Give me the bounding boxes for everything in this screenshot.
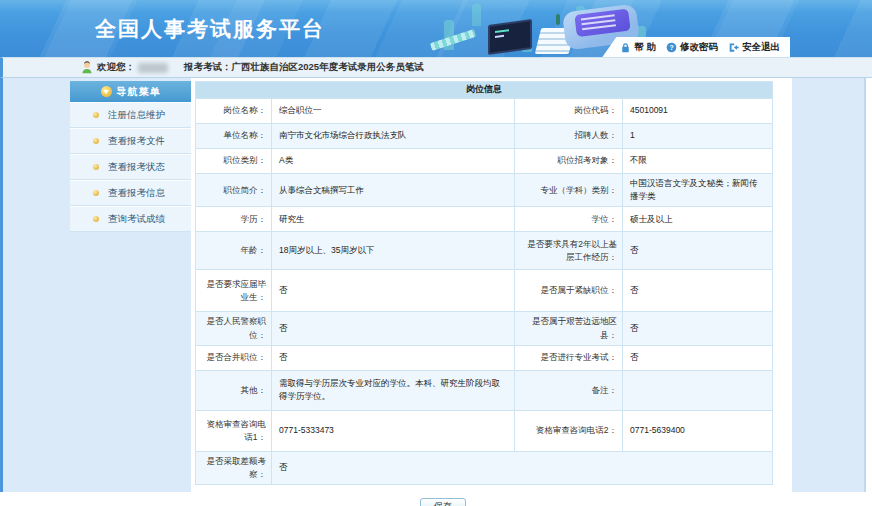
field-label: 其他： (196, 370, 272, 410)
field-value: 45010091 (623, 99, 773, 124)
field-label: 职位类别： (196, 149, 272, 174)
page-left-border (0, 78, 3, 492)
menu-chevron-icon (101, 86, 112, 97)
bullet-icon (93, 164, 99, 170)
field-value: 否 (623, 345, 773, 370)
field-value: 综合职位一 (272, 99, 515, 124)
field-value: 否 (272, 345, 515, 370)
field-value: 否 (272, 312, 515, 345)
change-password-link[interactable]: ? 修改密码 (666, 41, 718, 54)
welcome-bar: 欢迎您： 报考考试： 广西壮族自治区2025年度考试录用公务员笔试 (0, 57, 872, 78)
field-label: 资格审查咨询电话2： (515, 410, 623, 451)
app-header: 全国人事考试服务平台 帮 助 ? 修改密码 安全退出 (0, 0, 872, 57)
field-label: 职位简介： (196, 174, 272, 207)
logout-label: 安全退出 (742, 41, 780, 54)
illustration-monitor (488, 19, 532, 55)
bullet-icon (93, 138, 99, 144)
bullet-icon (93, 190, 99, 196)
field-label: 岗位代码： (515, 99, 623, 124)
field-value: 需取得与学历层次专业对应的学位。本科、研究生阶段均取得学历学位。 (272, 370, 515, 410)
field-value: 中国汉语言文学及文秘类；新闻传播学类 (623, 174, 773, 207)
field-label: 职位招考对象： (515, 149, 623, 174)
table-row: 单位名称：南宁市文化市场综合行政执法支队招聘人数：1 (196, 124, 773, 149)
sidebar-item-label: 注册信息维护 (108, 109, 165, 122)
user-avatar-icon (81, 61, 93, 74)
field-value: 18周岁以上、35周岁以下 (272, 232, 515, 270)
sidebar-item[interactable]: 注册信息维护 (70, 102, 191, 128)
table-title: 岗位信息 (196, 82, 773, 99)
bullet-icon (93, 216, 99, 222)
sidebar-menu: 注册信息维护查看报考文件查看报考状态查看报考信息查询考试成绩 (70, 102, 191, 232)
field-label: 是否人民警察职位： (196, 312, 272, 345)
field-value: 否 (623, 312, 773, 345)
table-row: 职位类别：A类职位招考对象：不限 (196, 149, 773, 174)
page-body: 导航菜单 注册信息维护查看报考文件查看报考状态查看报考信息查询考试成绩 岗位信息… (0, 78, 872, 506)
table-row: 其他：需取得与学历层次专业对应的学位。本科、研究生阶段均取得学历学位。备注： (196, 370, 773, 410)
field-label: 学历： (196, 207, 272, 232)
svg-text:?: ? (669, 43, 673, 50)
field-label: 是否属于紧缺职位： (515, 270, 623, 312)
field-label: 单位名称： (196, 124, 272, 149)
welcome-label: 欢迎您： (97, 61, 135, 74)
save-row: 保存 (195, 485, 772, 506)
table-row: 年龄：18周岁以上、35周岁以下是否要求具有2年以上基层工作经历：否 (196, 232, 773, 270)
field-label: 备注： (515, 370, 623, 410)
table-row: 资格审查咨询电话1：0771-5333473资格审查咨询电话2：0771-563… (196, 410, 773, 451)
field-label: 学位： (515, 207, 623, 232)
sidebar-item-label: 查看报考信息 (108, 187, 165, 200)
table-row: 是否采取差额考察：否 (196, 451, 773, 484)
field-value: 南宁市文化市场综合行政执法支队 (272, 124, 515, 149)
sidebar-item[interactable]: 查询考试成绩 (70, 206, 191, 232)
position-info-table: 岗位信息 岗位名称：综合职位一岗位代码：45010091单位名称：南宁市文化市场… (195, 81, 773, 485)
field-value: 1 (623, 124, 773, 149)
help-label: 帮 助 (634, 41, 656, 54)
table-row: 是否人民警察职位：否是否属于艰苦边远地区县：否 (196, 312, 773, 345)
save-button[interactable]: 保存 (420, 498, 466, 506)
logout-link[interactable]: 安全退出 (728, 41, 780, 54)
field-label: 是否要求应届毕业生： (196, 270, 272, 312)
table-row: 是否合并职位：否是否进行专业考试：否 (196, 345, 773, 370)
sidebar-item[interactable]: 查看报考状态 (70, 154, 191, 180)
sidebar-header: 导航菜单 (70, 81, 191, 102)
field-label: 是否要求具有2年以上基层工作经历： (515, 232, 623, 270)
header-toolbar: 帮 助 ? 修改密码 安全退出 (602, 37, 790, 57)
table-row: 岗位名称：综合职位一岗位代码：45010091 (196, 99, 773, 124)
field-label: 招聘人数： (515, 124, 623, 149)
field-value: A类 (272, 149, 515, 174)
app-title: 全国人事考试服务平台 (95, 15, 325, 43)
field-value (623, 370, 773, 410)
sidebar-item[interactable]: 查看报考文件 (70, 128, 191, 154)
field-label: 是否属于艰苦边远地区县： (515, 312, 623, 345)
main-panel: 岗位信息 岗位名称：综合职位一岗位代码：45010091单位名称：南宁市文化市场… (191, 78, 792, 506)
field-value: 硕士及以上 (623, 207, 773, 232)
field-label: 是否合并职位： (196, 345, 272, 370)
field-label: 是否进行专业考试： (515, 345, 623, 370)
table-row: 是否要求应届毕业生：否是否属于紧缺职位：否 (196, 270, 773, 312)
illustration-person (556, 14, 560, 25)
field-label: 岗位名称： (196, 99, 272, 124)
field-label: 专业（学科）类别： (515, 174, 623, 207)
sidebar-item-label: 查看报考状态 (108, 161, 165, 174)
field-label: 是否采取差额考察： (196, 451, 272, 484)
sidebar-item-label: 查看报考文件 (108, 135, 165, 148)
sidebar-item-label: 查询考试成绩 (108, 213, 165, 226)
field-value: 0771-5333473 (272, 410, 515, 451)
field-value: 从事综合文稿撰写工作 (272, 174, 515, 207)
help-link[interactable]: 帮 助 (620, 41, 656, 54)
question-icon: ? (666, 42, 677, 53)
change-password-label: 修改密码 (680, 41, 718, 54)
exam-name: 广西壮族自治区2025年度考试录用公务员笔试 (232, 61, 424, 74)
field-label: 资格审查咨询电话1： (196, 410, 272, 451)
field-value: 否 (623, 270, 773, 312)
field-value: 否 (623, 232, 773, 270)
exit-icon (728, 42, 739, 53)
table-row: 学历：研究生学位：硕士及以上 (196, 207, 773, 232)
sidebar-item[interactable]: 查看报考信息 (70, 180, 191, 206)
lock-icon (620, 42, 631, 53)
user-name-redacted (138, 63, 168, 73)
exam-label: 报考考试： (184, 61, 232, 74)
field-value: 否 (272, 270, 515, 312)
field-value: 不限 (623, 149, 773, 174)
field-value: 否 (272, 451, 773, 484)
field-value: 0771-5639400 (623, 410, 773, 451)
